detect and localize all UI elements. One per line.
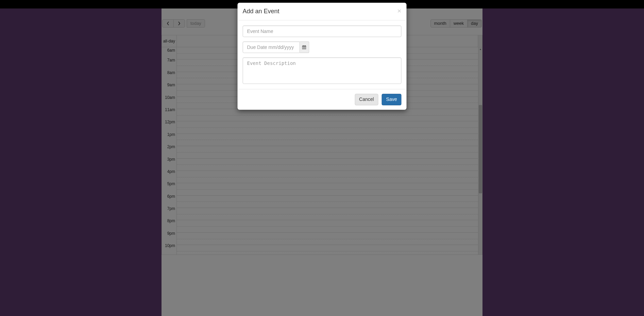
next-button[interactable] <box>173 19 185 28</box>
modal-body <box>238 20 407 89</box>
hour-label: 7pm <box>162 206 177 218</box>
hour-row: 7pm <box>162 208 478 220</box>
hour-row: 4pm <box>162 171 478 183</box>
event-name-input[interactable] <box>243 25 402 37</box>
hour-label: 6pm <box>162 193 177 206</box>
hour-label: 8am <box>162 70 177 82</box>
hour-label: 7am <box>162 57 177 69</box>
svg-rect-8 <box>303 45 304 46</box>
view-day-button[interactable]: day <box>467 19 482 28</box>
time-slot[interactable] <box>177 196 478 208</box>
view-week-button[interactable]: week <box>450 19 468 28</box>
modal-title: Add an Event <box>243 8 279 15</box>
event-description-input[interactable] <box>243 57 402 84</box>
save-button[interactable]: Save <box>382 94 402 105</box>
hour-row: 2pm <box>162 146 478 158</box>
svg-rect-4 <box>305 47 306 48</box>
allday-label: all-day <box>162 35 177 47</box>
svg-rect-6 <box>304 48 305 49</box>
svg-rect-9 <box>305 45 306 46</box>
cancel-button[interactable]: Cancel <box>355 94 378 105</box>
close-button[interactable]: × <box>397 7 401 14</box>
hour-label: 1pm <box>162 131 177 144</box>
svg-rect-7 <box>305 48 306 49</box>
scroll-up-icon[interactable]: ▴ <box>478 47 482 51</box>
calendar-icon <box>302 45 306 49</box>
hour-label: 11am <box>162 107 177 119</box>
time-slot[interactable] <box>177 183 478 195</box>
hour-row: 11am <box>162 109 478 121</box>
time-slot[interactable] <box>177 233 478 245</box>
hour-label: 10am <box>162 94 177 107</box>
modal-footer: Cancel Save <box>238 89 407 110</box>
hour-label: 12pm <box>162 119 177 131</box>
svg-rect-5 <box>303 48 304 49</box>
time-slot[interactable] <box>177 245 478 254</box>
view-month-button[interactable]: month <box>430 19 450 28</box>
chevron-left-icon <box>167 21 169 25</box>
hour-label: 9am <box>162 82 177 94</box>
time-slot[interactable] <box>177 220 478 232</box>
modal-header: Add an Event × <box>238 3 407 20</box>
prev-button[interactable] <box>162 19 174 28</box>
time-slot[interactable] <box>177 171 478 183</box>
hour-label: 10pm <box>162 243 177 254</box>
scrollbar[interactable]: ▴ <box>478 47 482 254</box>
add-event-modal: Add an Event × <box>238 3 407 110</box>
hour-label: 4pm <box>162 169 177 181</box>
hour-row: 8pm <box>162 220 478 232</box>
date-picker-button[interactable] <box>300 41 309 53</box>
hour-label: 3pm <box>162 156 177 169</box>
chevron-right-icon <box>178 21 181 25</box>
due-date-input[interactable] <box>243 41 300 53</box>
svg-rect-3 <box>304 47 305 48</box>
scrollbar-thumb[interactable] <box>479 105 482 193</box>
hour-row: 3pm <box>162 159 478 171</box>
hour-label: 9pm <box>162 230 177 243</box>
hour-row: 10pm <box>162 245 478 254</box>
time-slot[interactable] <box>177 146 478 158</box>
time-slot[interactable] <box>177 121 478 134</box>
time-slot[interactable] <box>177 109 478 121</box>
time-slot[interactable] <box>177 159 478 171</box>
today-button[interactable]: today <box>187 19 205 28</box>
time-slot[interactable] <box>177 208 478 220</box>
svg-rect-2 <box>303 47 304 48</box>
hour-row: 9pm <box>162 233 478 245</box>
hour-row: 1pm <box>162 134 478 146</box>
time-slot[interactable] <box>177 134 478 146</box>
hour-row: 6pm <box>162 196 478 208</box>
hour-row: 5pm <box>162 183 478 195</box>
hour-label: 5pm <box>162 181 177 193</box>
view-switcher: month week day <box>430 19 482 28</box>
hour-label: 2pm <box>162 144 177 156</box>
hour-label: 8pm <box>162 218 177 230</box>
hour-row: 12pm <box>162 121 478 134</box>
